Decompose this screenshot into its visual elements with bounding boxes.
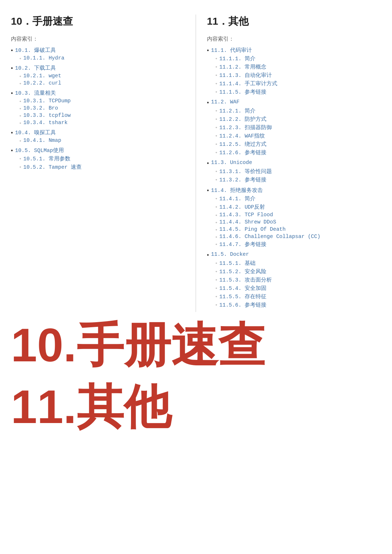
toc-sub-link[interactable]: 10.5.1. 常用参数 bbox=[23, 155, 70, 162]
toc-sub-link[interactable]: 10.1.1. Hydra bbox=[23, 55, 64, 61]
toc-sub-link[interactable]: 10.4.1. Nmap bbox=[23, 138, 61, 143]
bullet-l2-icon: ◦ bbox=[216, 204, 217, 209]
list-item: •10.5. SQLMap使用◦10.5.1. 常用参数◦10.5.2. Tam… bbox=[11, 147, 188, 172]
list-item: ◦11.1.4. 手工审计方式 bbox=[216, 80, 381, 87]
toc-link[interactable]: 10.4. 嗅探工具 bbox=[15, 129, 56, 136]
bullet-l1-icon: • bbox=[207, 252, 209, 258]
toc-sub-link[interactable]: 11.5.4. 安全加固 bbox=[219, 285, 266, 292]
list-item: ◦11.1.1. 简介 bbox=[216, 55, 381, 62]
toc-sub-link[interactable]: 11.5.5. 存在特征 bbox=[219, 293, 266, 300]
bullet-l2-icon: ◦ bbox=[20, 99, 21, 104]
bullet-l1-icon: • bbox=[207, 47, 209, 54]
list-item: ◦11.1.2. 常用概念 bbox=[216, 63, 381, 70]
toc-link[interactable]: 11.3. Unicode bbox=[211, 160, 252, 165]
toc-sub-link[interactable]: 11.2.6. 参考链接 bbox=[219, 149, 266, 156]
list-item: ◦10.3.3. tcpflow bbox=[20, 112, 188, 118]
toc-sub-link[interactable]: 11.4.3. TCP Flood bbox=[219, 212, 273, 218]
bullet-l2-icon: ◦ bbox=[216, 73, 217, 78]
list-item: ◦11.5.4. 安全加固 bbox=[216, 285, 381, 292]
list-item: ◦11.5.3. 攻击面分析 bbox=[216, 276, 381, 283]
toc-link[interactable]: 10.5. SQLMap使用 bbox=[15, 147, 64, 154]
big-title-10: 10.手册速查 bbox=[11, 319, 265, 371]
toc-sub-link[interactable]: 11.5.2. 安全风险 bbox=[219, 268, 266, 275]
toc-sub-link[interactable]: 11.5.6. 参考链接 bbox=[219, 301, 266, 308]
bullet-l2-icon: ◦ bbox=[216, 89, 217, 94]
list-item: ◦11.4.6. Challenge Collapsar (CC) bbox=[216, 234, 381, 239]
toc-sub-link[interactable]: 11.4.2. UDP反射 bbox=[219, 204, 265, 210]
toc-sub-list: ◦10.5.1. 常用参数◦10.5.2. Tamper 速查 bbox=[20, 155, 188, 172]
list-item: •11.3. Unicode◦11.3.1. 等价性问题◦11.3.2. 参考链… bbox=[207, 160, 381, 185]
bullet-l2-icon: ◦ bbox=[216, 227, 217, 232]
toc-sub-list: ◦11.4.1. 简介◦11.4.2. UDP反射◦11.4.3. TCP Fl… bbox=[216, 195, 381, 249]
toc-link[interactable]: 11.1. 代码审计 bbox=[211, 47, 252, 54]
toc-sub-link[interactable]: 11.1.5. 参考链接 bbox=[219, 89, 266, 95]
toc-sub-link[interactable]: 11.1.3. 自动化审计 bbox=[219, 72, 272, 79]
toc-sub-link[interactable]: 11.3.2. 参考链接 bbox=[219, 176, 266, 183]
toc-sub-link[interactable]: 11.2.3. 扫描器防御 bbox=[219, 124, 272, 131]
toc-sub-link[interactable]: 11.5.3. 攻击面分析 bbox=[219, 276, 272, 283]
list-item: ◦11.2.4. WAF指纹 bbox=[216, 132, 381, 139]
bullet-l1-icon: • bbox=[11, 130, 13, 136]
toc-sub-link[interactable]: 11.4.6. Challenge Collapsar (CC) bbox=[219, 234, 320, 239]
list-item: •11.1. 代码审计◦11.1.1. 简介◦11.1.2. 常用概念◦11.1… bbox=[207, 47, 381, 97]
toc-link[interactable]: 10.1. 爆破工具 bbox=[15, 47, 56, 54]
toc-sub-link[interactable]: 10.3.1. TCPDump bbox=[23, 98, 71, 104]
toc-sub-link[interactable]: 11.4.4. Shrew DDoS bbox=[219, 219, 276, 225]
toc-sub-link[interactable]: 11.1.2. 常用概念 bbox=[219, 63, 266, 70]
toc-sub-link[interactable]: 11.2.4. WAF指纹 bbox=[219, 132, 265, 139]
toc-link[interactable]: 11.5. Docker bbox=[211, 251, 249, 257]
list-item: ◦11.3.1. 等价性问题 bbox=[216, 168, 381, 175]
bullet-l2-icon: ◦ bbox=[216, 286, 217, 291]
toc-sub-link[interactable]: 11.4.7. 参考链接 bbox=[219, 241, 266, 248]
toc-sub-link[interactable]: 11.2.1. 简介 bbox=[219, 107, 256, 114]
toc-link[interactable]: 11.2. WAF bbox=[211, 99, 240, 105]
bullet-l2-icon: ◦ bbox=[20, 138, 21, 143]
bullet-l2-icon: ◦ bbox=[20, 81, 21, 86]
list-item: ◦11.3.2. 参考链接 bbox=[216, 176, 381, 183]
toc-sub-link[interactable]: 10.3.4. tshark bbox=[23, 120, 68, 126]
left-toc-list: •10.1. 爆破工具◦10.1.1. Hydra•10.2. 下载工具◦10.… bbox=[11, 47, 188, 172]
list-item: ◦11.2.5. 绕过方式 bbox=[216, 141, 381, 148]
bullet-l1-icon: • bbox=[11, 65, 13, 71]
right-heading: 11．其他 bbox=[207, 15, 381, 28]
toc-link[interactable]: 11.4. 拒绝服务攻击 bbox=[211, 187, 263, 194]
toc-sub-list: ◦11.2.1. 简介◦11.2.2. 防护方式◦11.2.3. 扫描器防御◦1… bbox=[216, 107, 381, 157]
bullet-l2-icon: ◦ bbox=[20, 106, 21, 111]
toc-sub-link[interactable]: 11.3.1. 等价性问题 bbox=[219, 168, 272, 175]
bullet-l2-icon: ◦ bbox=[20, 74, 21, 79]
list-item: ◦11.4.7. 参考链接 bbox=[216, 241, 381, 248]
big-title-11: 11.其他 bbox=[11, 381, 171, 433]
toc-sub-link[interactable]: 10.3.2. Bro bbox=[23, 105, 58, 111]
toc-sub-link[interactable]: 10.2.2. curl bbox=[23, 80, 61, 86]
toc-sub-link[interactable]: 10.2.1. wget bbox=[23, 73, 61, 79]
bullet-l2-icon: ◦ bbox=[216, 133, 217, 138]
list-item: ◦11.1.5. 参考链接 bbox=[216, 89, 381, 95]
toc-sub-link[interactable]: 10.5.2. Tamper 速查 bbox=[23, 164, 82, 171]
bullet-l2-icon: ◦ bbox=[20, 113, 21, 118]
toc-link[interactable]: 10.3. 流量相关 bbox=[15, 90, 56, 97]
toc-sub-link[interactable]: 11.4.1. 简介 bbox=[219, 195, 256, 202]
toc-sub-link[interactable]: 11.1.4. 手工审计方式 bbox=[219, 80, 277, 87]
toc-sub-link[interactable]: 11.4.5. Ping Of Death bbox=[219, 226, 286, 232]
bullet-l2-icon: ◦ bbox=[216, 81, 217, 86]
toc-sub-list: ◦10.4.1. Nmap bbox=[20, 138, 188, 145]
bullet-l2-icon: ◦ bbox=[216, 125, 217, 130]
toc-link[interactable]: 10.2. 下载工具 bbox=[15, 65, 56, 71]
list-item: ◦11.1.3. 自动化审计 bbox=[216, 72, 381, 79]
bullet-l2-icon: ◦ bbox=[20, 56, 21, 61]
toc-sub-link[interactable]: 10.3.3. tcpflow bbox=[23, 112, 71, 118]
list-item: ◦10.4.1. Nmap bbox=[20, 138, 188, 143]
toc-sub-link[interactable]: 11.1.1. 简介 bbox=[219, 55, 256, 62]
toc-sub-list: ◦10.3.1. TCPDump◦10.3.2. Bro◦10.3.3. tcp… bbox=[20, 98, 188, 127]
bullet-l1-icon: • bbox=[11, 47, 13, 54]
bullet-l2-icon: ◦ bbox=[216, 242, 217, 247]
toc-sub-link[interactable]: 11.2.5. 绕过方式 bbox=[219, 141, 266, 148]
bullet-l2-icon: ◦ bbox=[216, 213, 217, 218]
list-item: ◦11.2.6. 参考链接 bbox=[216, 149, 381, 156]
list-item: ◦11.5.5. 存在特征 bbox=[216, 293, 381, 300]
toc-sub-link[interactable]: 11.5.1. 基础 bbox=[219, 260, 256, 267]
list-item: ◦10.5.1. 常用参数 bbox=[20, 155, 188, 162]
right-toc-label: 内容索引： bbox=[207, 36, 381, 42]
list-item: ◦10.3.1. TCPDump bbox=[20, 98, 188, 104]
toc-sub-link[interactable]: 11.2.2. 防护方式 bbox=[219, 116, 266, 123]
